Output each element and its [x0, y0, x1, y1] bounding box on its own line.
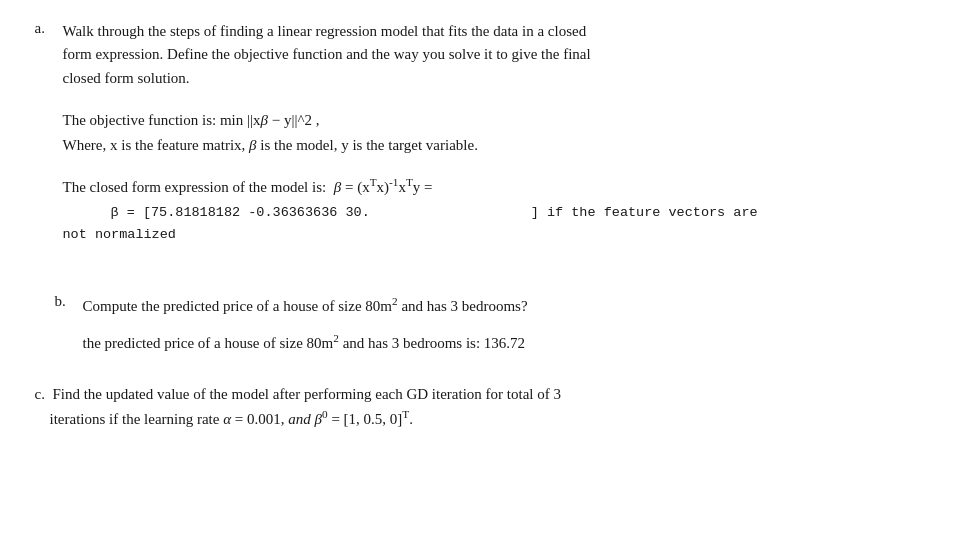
section-b-answer: the predicted price of a house of size 8… — [83, 330, 935, 355]
page-content: a. Walk through the steps of finding a l… — [35, 20, 935, 432]
section-c: c. Find the updated value of the model a… — [35, 383, 935, 432]
objective-function: The objective function is: min ||xβ − y|… — [63, 108, 935, 158]
obj-line2: Where, x is the feature matrix, β is the… — [63, 133, 935, 158]
section-b-content: Compute the predicted price of a house o… — [83, 293, 935, 370]
spacer-ab — [35, 265, 935, 293]
beta-row: β = [75.81818182 -0.36363636 30. ] if th… — [63, 202, 935, 224]
closed-form-section: The closed form expression of the model … — [63, 173, 935, 246]
beta-suffix: ] if the feature vectors are — [531, 202, 758, 224]
obj-line1: The objective function is: min ||xβ − y|… — [63, 108, 935, 133]
section-c-text: c. Find the updated value of the model a… — [35, 383, 935, 432]
not-normalized: not normalized — [63, 224, 935, 246]
closed-form-line: The closed form expression of the model … — [63, 173, 935, 200]
section-a-intro: Walk through the steps of finding a line… — [63, 20, 935, 90]
section-b-question: Compute the predicted price of a house o… — [83, 293, 935, 318]
section-b-label: b. — [55, 293, 83, 370]
section-b: b. Compute the predicted price of a hous… — [55, 293, 935, 370]
section-a-label: a. — [35, 20, 63, 255]
beta-value: β = [75.81818182 -0.36363636 30. — [111, 202, 451, 224]
section-a: a. Walk through the steps of finding a l… — [35, 20, 935, 255]
section-a-content: Walk through the steps of finding a line… — [63, 20, 935, 255]
